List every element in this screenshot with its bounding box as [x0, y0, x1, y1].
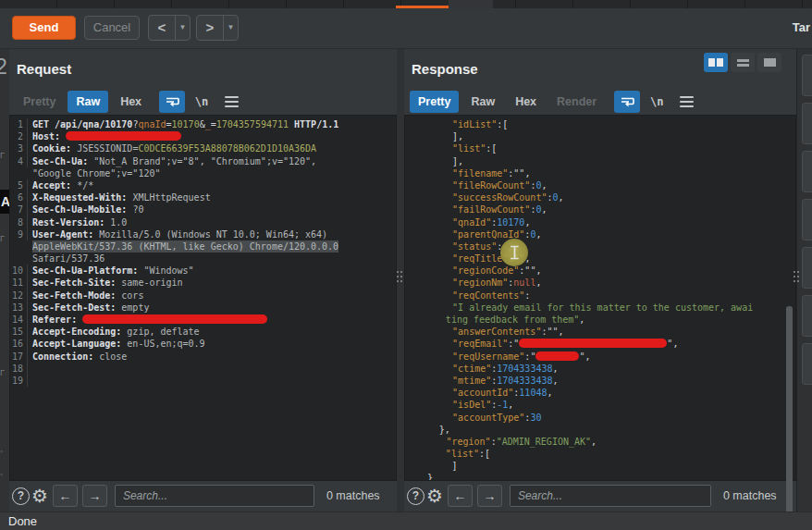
search-prev-button[interactable]: ← [53, 485, 78, 507]
back-dropdown-caret-icon[interactable]: ▼ [175, 16, 190, 40]
code-token: Connection: [32, 351, 93, 362]
inspector-section-clipped[interactable] [802, 103, 812, 144]
code-token: , [535, 229, 541, 240]
code-token: }, [439, 425, 450, 435]
code-token: 1704333438 [497, 376, 552, 386]
clipped-glyph: Γ [0, 368, 5, 377]
cancel-button[interactable]: Cancel [84, 16, 140, 40]
request-search-input[interactable] [115, 485, 314, 507]
line-number: 1 [10, 118, 28, 130]
inspector-section-clipped[interactable] [802, 295, 812, 337]
line-number: 18 [10, 363, 28, 375]
response-panel-title: Response [412, 61, 478, 77]
inspector-section-clipped[interactable] [802, 151, 812, 192]
line-number: 11 [10, 277, 28, 289]
inspector-section-clipped[interactable] [802, 199, 812, 240]
help-icon[interactable]: ? [407, 487, 424, 505]
toolbar: Send Cancel < ▼ > ▼ Tar [0, 8, 812, 49]
help-icon[interactable]: ? [12, 487, 30, 505]
wrap-lines-toggle[interactable] [614, 91, 640, 113]
search-next-button[interactable]: → [82, 485, 107, 507]
send-button[interactable]: Send [12, 16, 76, 40]
layout-rows-button[interactable] [731, 53, 755, 72]
request-editor[interactable]: 1GET /api/qna/10170?qnaId=10170&_=170435… [9, 115, 397, 481]
request-tab-pretty[interactable]: Pretty [15, 91, 64, 113]
gear-icon[interactable]: ⚙ [31, 485, 48, 507]
code-line: 14Referer: [10, 314, 396, 326]
response-match-count: 0 matches [723, 489, 777, 502]
code-token: , [591, 437, 597, 447]
wrap-lines-toggle[interactable] [159, 91, 185, 113]
code-token: , [524, 168, 530, 179]
code-token: "" [524, 265, 535, 276]
history-forward-split-button[interactable]: > ▼ [196, 15, 239, 41]
code-line: }, [405, 424, 795, 436]
code-token: "ctime" [452, 364, 491, 374]
top-tab-strip[interactable] [0, 0, 812, 8]
request-tab-hex[interactable]: Hex [112, 91, 150, 113]
request-tab-raw[interactable]: Raw [68, 91, 108, 113]
response-search-input[interactable] [510, 485, 711, 507]
inspector-section-clipped[interactable] [802, 247, 812, 289]
clipped-glyph: Γ [0, 151, 5, 160]
code-token: AppleWebKit/537.36 (KHTML, like Gecko) C… [32, 241, 338, 252]
search-next-button[interactable]: → [477, 485, 502, 507]
code-token: , [584, 351, 590, 362]
code-line: } [405, 472, 795, 481]
layout-single-button[interactable] [757, 53, 781, 72]
response-tab-pretty[interactable]: Pretty [410, 91, 459, 113]
code-line: Safari/537.36 [10, 253, 396, 265]
code-line: "regionNm":null, [405, 277, 795, 289]
forward-arrow-icon[interactable]: > [197, 16, 223, 40]
response-tab-render[interactable]: Render [548, 91, 605, 113]
code-token: Sec-Ch-Ua-Platform: [32, 265, 138, 276]
code-token: cors [116, 290, 143, 301]
left-clipped-panel: 2 Γ A Γ Γ ◦ ◦ [0, 49, 9, 512]
code-token: 30 [530, 413, 541, 423]
code-token: close [93, 351, 127, 362]
show-newlines-toggle[interactable]: \n [189, 91, 215, 113]
show-newlines-toggle[interactable]: \n [644, 91, 670, 113]
forward-dropdown-caret-icon[interactable]: ▼ [223, 16, 238, 40]
code-line: 17Connection: close [10, 351, 396, 363]
gear-icon[interactable]: ⚙ [426, 485, 443, 507]
response-editor[interactable]: "idList":[],"list":[],"filename":"","fil… [404, 115, 796, 481]
history-back-split-button[interactable]: < ▼ [148, 15, 191, 41]
response-tab-raw[interactable]: Raw [462, 91, 503, 113]
code-token: ting feedback from them" [446, 314, 580, 325]
code-token: Safari/537.36 [32, 253, 105, 264]
code-token: Sec-Fetch-Site: [32, 277, 116, 288]
layout-switcher [704, 53, 781, 72]
code-line: "isDel":-1, [405, 399, 795, 411]
response-tab-hex[interactable]: Hex [507, 91, 545, 113]
code-line: "answerContents":"", [405, 326, 795, 338]
redaction-bar [535, 351, 579, 361]
response-menu-button[interactable] [673, 91, 700, 113]
code-line: ting feedback from them", [405, 314, 795, 326]
inspector-section-clipped[interactable] [802, 55, 812, 96]
code-token: same-origin [116, 277, 182, 288]
code-token: "Windows" [138, 265, 193, 276]
search-prev-button[interactable]: ← [448, 485, 473, 507]
request-panel-title: Request [17, 61, 71, 77]
code-token: empty [116, 302, 149, 313]
code-token: Accept: [32, 180, 71, 191]
inspector-section-clipped[interactable] [802, 343, 812, 385]
panel-splitter-handle[interactable] [397, 271, 404, 286]
back-arrow-icon[interactable]: < [149, 16, 175, 40]
code-token: "fileRowCount" [452, 180, 530, 191]
hamburger-menu-icon [218, 96, 245, 107]
line-number: 16 [10, 338, 28, 350]
code-token: "qnaId" [452, 217, 491, 228]
layout-columns-button[interactable] [704, 53, 728, 72]
code-token: en-US,en;q=0.9 [121, 339, 204, 349]
code-token: "status" [452, 241, 497, 252]
newline-label: \n [645, 95, 669, 108]
request-menu-button[interactable] [218, 91, 245, 113]
status-bar: Done [0, 512, 812, 530]
code-token: ], [452, 131, 463, 142]
code-line: 13Sec-Fetch-Dest: empty [10, 302, 396, 314]
line-number: 12 [10, 290, 28, 302]
code-token: "Google Chrome";v="120" [32, 168, 160, 179]
code-token: 11048 [519, 388, 547, 398]
